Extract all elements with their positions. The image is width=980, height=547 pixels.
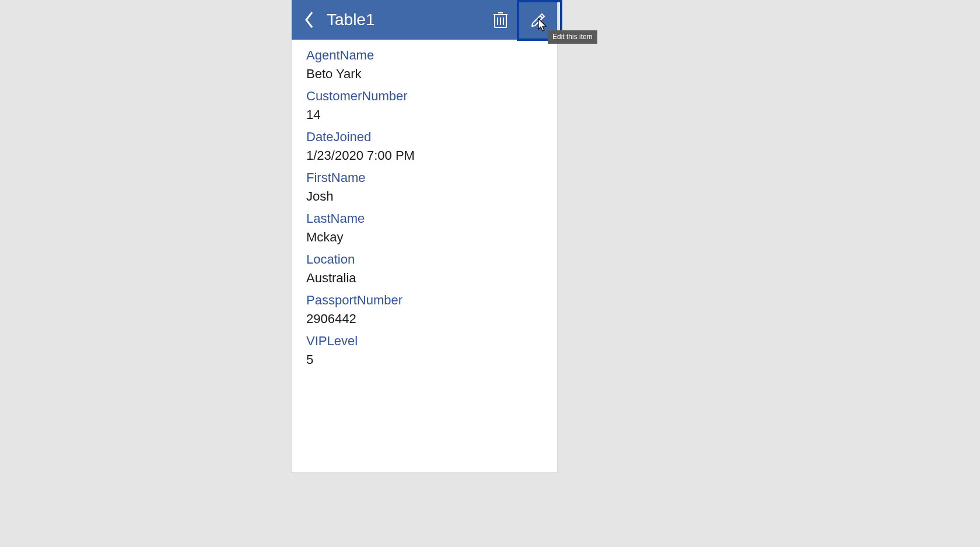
field-value: Josh — [306, 188, 542, 205]
field-label: PassportNumber — [306, 292, 542, 309]
field-value: Mckay — [306, 229, 542, 246]
svg-line-6 — [540, 16, 542, 18]
pencil-icon — [530, 12, 547, 28]
app-header: Table1 — [292, 0, 557, 40]
chevron-left-icon — [304, 11, 314, 29]
field-row: PassportNumber2906442 — [306, 292, 542, 328]
stage: Table1 — [0, 0, 980, 547]
app-preview-frame: Table1 — [292, 0, 557, 472]
field-label: CustomerNumber — [306, 87, 542, 105]
screen-title: Table1 — [327, 10, 375, 29]
field-value: Beto Yark — [306, 65, 542, 83]
field-value: 5 — [306, 351, 542, 369]
detail-form: AgentNameBeto YarkCustomerNumber14DateJo… — [292, 40, 557, 369]
field-row: LastNameMckay — [306, 210, 542, 246]
trash-icon — [493, 11, 508, 29]
field-label: VIPLevel — [306, 332, 542, 350]
delete-button[interactable] — [481, 0, 519, 40]
field-row: FirstNameJosh — [306, 169, 542, 205]
field-value: 1/23/2020 7:00 PM — [306, 147, 542, 164]
field-label: DateJoined — [306, 128, 542, 146]
field-label: FirstName — [306, 169, 542, 187]
field-value: 14 — [306, 106, 542, 124]
field-label: LastName — [306, 210, 542, 227]
header-actions — [481, 0, 557, 40]
field-value: 2906442 — [306, 310, 542, 328]
field-value: Australia — [306, 269, 542, 287]
edit-tooltip: Edit this item — [548, 30, 597, 44]
back-button[interactable] — [292, 0, 327, 40]
field-row: DateJoined1/23/2020 7:00 PM — [306, 128, 542, 164]
field-row: AgentNameBeto Yark — [306, 47, 542, 83]
field-label: AgentName — [306, 47, 542, 64]
field-row: LocationAustralia — [306, 251, 542, 287]
field-row: CustomerNumber14 — [306, 87, 542, 124]
field-label: Location — [306, 251, 542, 268]
field-row: VIPLevel5 — [306, 332, 542, 369]
